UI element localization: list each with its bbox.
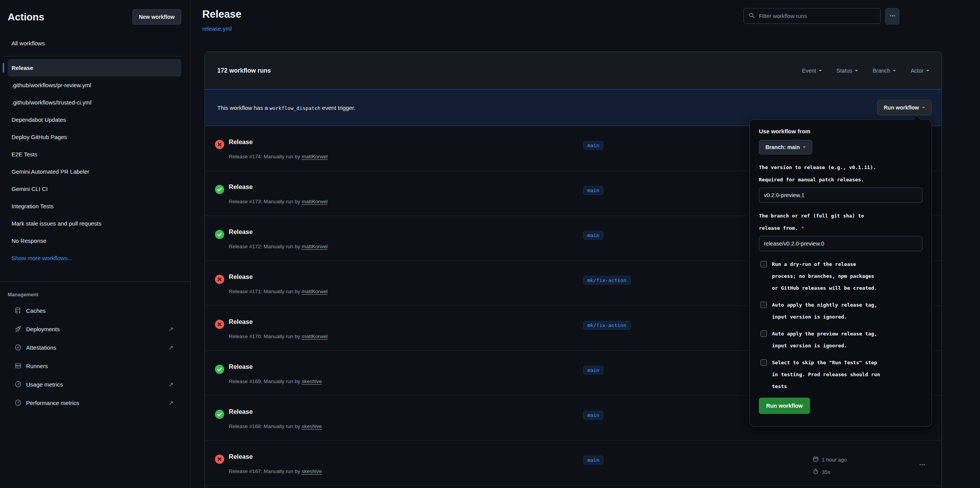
version-input-description: The version to release (e.g., v0.1.11). … — [759, 161, 922, 186]
management-item-performance-metrics[interactable]: Performance metrics ↗ — [0, 393, 190, 412]
workflow-nav-list: Release .github/workflows/pr-review.yml … — [8, 59, 181, 267]
run-actor-link[interactable]: mattKorwel — [302, 289, 328, 294]
workflow-header: Release release.yml — [202, 8, 241, 32]
popup-checkbox[interactable] — [760, 302, 767, 308]
external-link-icon: ↗ — [169, 381, 174, 388]
external-link-icon: ↗ — [169, 399, 174, 407]
sidebar-item-gemini-cli-ci[interactable]: Gemini CLI CI — [8, 180, 181, 198]
required-asterisk: * — [801, 225, 804, 231]
run-title-link[interactable]: Release — [229, 363, 253, 370]
run-title-link[interactable]: Release — [229, 273, 253, 281]
run-actor-link[interactable]: mattKorwel — [302, 244, 328, 249]
branch-badge[interactable]: main — [583, 366, 603, 375]
branch-badge[interactable]: main — [583, 186, 603, 195]
sidebar-item-no-response[interactable]: No Response — [8, 232, 181, 249]
sidebar-item-mark-stale-issues-and-pull-requests[interactable]: Mark stale issues and pull requests — [8, 215, 181, 232]
stopwatch-icon — [813, 468, 819, 476]
run-description: Release #169: Manually run by skeshive — [229, 378, 322, 384]
popup-checkbox[interactable] — [760, 261, 767, 267]
filter-workflow-runs-field[interactable] — [744, 8, 881, 24]
run-actor-link[interactable]: mattKorwel — [302, 154, 328, 159]
management-item-caches[interactable]: Caches — [0, 301, 190, 320]
runs-count: 172 workflow runs — [217, 67, 271, 74]
sidebar-item-e2e-tests[interactable]: E2E Tests — [8, 146, 181, 163]
run-title-link[interactable]: Release — [229, 183, 253, 191]
filter-workflow-runs-input[interactable] — [758, 13, 876, 20]
sidebar-item-all-workflows[interactable]: All workflows — [8, 35, 183, 51]
new-workflow-button[interactable]: New workflow — [132, 9, 181, 25]
management-item-attestations[interactable]: Attestations ↗ — [0, 338, 190, 357]
success-icon — [215, 365, 224, 374]
server-icon — [15, 362, 21, 369]
chevron-down-icon — [893, 70, 896, 73]
popup-checkbox-row: Select to skip the "Run Tests" step in t… — [759, 357, 922, 392]
run-description: Release #167: Manually run by skeshive — [229, 468, 322, 474]
sidebar-title: Actions — [8, 11, 44, 23]
sidebar-item-github-workflows-pr-review-yml[interactable]: .github/workflows/pr-review.yml — [8, 76, 181, 94]
seal-icon — [15, 344, 21, 351]
branch-badge[interactable]: mk/fix-action — [583, 276, 631, 285]
branch-badge[interactable]: main — [583, 456, 603, 465]
management-item-runners[interactable]: Runners — [0, 357, 190, 375]
run-title-link[interactable]: Release — [229, 138, 253, 146]
page-title: Release — [202, 8, 241, 20]
run-description: Release #173: Manually run by mattKorwel — [229, 199, 327, 204]
branch-badge[interactable]: main — [583, 411, 603, 420]
sidebar-item-integration-tests[interactable]: Integration Tests — [8, 198, 181, 215]
workflow-dispatch-code: workflow_dispatch — [269, 105, 321, 111]
run-actor-link[interactable]: skeshive — [302, 423, 322, 429]
run-workflow-dropdown-button[interactable]: Run workflow — [877, 100, 932, 115]
run-description: Release #174: Manually run by mattKorwel — [229, 154, 327, 159]
ref-input[interactable] — [759, 236, 922, 251]
sidebar-item-show-more-workflows[interactable]: Show more workflows... — [8, 249, 181, 267]
success-icon — [215, 230, 224, 239]
branch-filter[interactable]: Branch — [873, 68, 896, 74]
failure-icon — [215, 140, 224, 149]
sidebar-item-gemini-automated-pr-labeler[interactable]: Gemini Automated PR Labeler — [8, 163, 181, 180]
workflow-options-button[interactable] — [885, 8, 899, 25]
sidebar-item-deploy-github-pages[interactable]: Deploy GitHub Pages — [8, 128, 181, 146]
failure-icon — [215, 275, 224, 284]
popup-checkbox-list: Run a dry-run of the release process; no… — [759, 258, 922, 392]
rocket-icon — [15, 325, 21, 332]
management-item-usage-metrics[interactable]: Usage metrics ↗ — [0, 375, 190, 393]
run-title-link[interactable]: Release — [229, 318, 253, 325]
banner-text: This workflow has a workflow_dispatch ev… — [217, 105, 355, 111]
run-title-link[interactable]: Release — [229, 408, 253, 415]
run-title-link[interactable]: Release — [229, 228, 253, 236]
run-meta: 1 hour ago 35s — [813, 455, 847, 479]
run-actor-link[interactable]: skeshive — [302, 378, 322, 384]
management-divider — [0, 281, 190, 282]
runs-filter-bar: Event Status Branch Actor — [802, 68, 929, 74]
version-input[interactable] — [759, 188, 922, 203]
run-workflow-submit-button[interactable]: Run workflow — [759, 398, 810, 414]
branch-badge[interactable]: main — [583, 141, 603, 150]
popup-checkbox[interactable] — [760, 359, 767, 366]
management-item-deployments[interactable]: Deployments ↗ — [0, 320, 190, 338]
run-actor-link[interactable]: mattKorwel — [302, 334, 328, 339]
sidebar-item-release[interactable]: Release — [8, 59, 181, 76]
popup-checkbox-row: Auto apply the preview release tag, inpu… — [759, 328, 922, 352]
popup-checkbox[interactable] — [760, 330, 767, 337]
workflow-file-link[interactable]: release.yml — [202, 25, 232, 32]
branch-badge[interactable]: mk/fix-action — [583, 321, 631, 330]
sidebar-item-github-workflows-trusted-ci-yml[interactable]: .github/workflows/trusted-ci.yml — [8, 94, 181, 111]
branch-selector-button[interactable]: Branch: main — [759, 140, 812, 154]
runs-panel-header: 172 workflow runs Event Status Branch Ac… — [205, 52, 942, 89]
branch-badge[interactable]: main — [583, 231, 603, 240]
chevron-down-icon — [819, 70, 822, 73]
failure-icon — [215, 455, 224, 464]
run-title-link[interactable]: Release — [229, 453, 253, 460]
status-filter[interactable]: Status — [836, 68, 858, 74]
management-heading: Management — [8, 292, 190, 297]
run-actor-link[interactable]: skeshive — [302, 468, 322, 474]
run-actor-link[interactable]: mattKorwel — [302, 199, 328, 204]
actor-filter[interactable]: Actor — [911, 68, 929, 74]
kebab-icon — [889, 13, 896, 20]
run-options-button[interactable] — [917, 460, 927, 471]
popup-checkbox-row: Run a dry-run of the release process; no… — [759, 258, 922, 294]
sidebar-item-dependabot-updates[interactable]: Dependabot Updates — [8, 111, 181, 128]
popup-checkbox-row: Auto apply the nightly release tag, inpu… — [759, 299, 922, 323]
event-filter[interactable]: Event — [802, 68, 822, 74]
workflow-run-row[interactable]: Release Release #167: Manually run by sk… — [205, 440, 942, 485]
